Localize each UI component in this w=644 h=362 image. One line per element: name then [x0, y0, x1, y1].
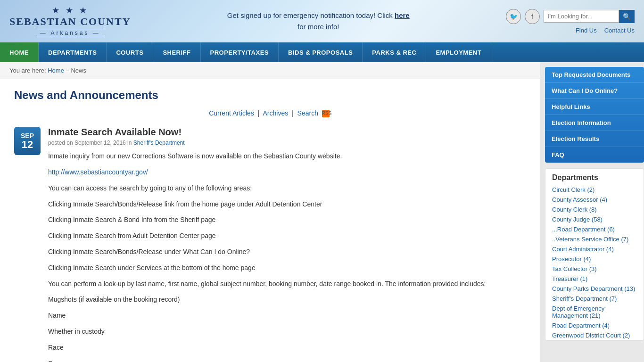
article-area: News and Announcements Current Articles … — [0, 79, 540, 362]
sidebar-quick-link[interactable]: Election Information — [545, 115, 644, 131]
news-body: Inmate inquiry from our new Corrections … — [48, 151, 526, 362]
news-body-line: Clicking Inmate Search/Bonds/Release lin… — [48, 199, 526, 210]
news-title: Inmate Search Available Now! — [48, 127, 526, 138]
nav-item-home[interactable]: HOME — [0, 42, 39, 62]
emergency-link[interactable]: here — [395, 11, 410, 19]
emergency-text: Get signed up for emergency notification… — [227, 11, 393, 19]
article-nav: Current Articles | Archives | Search RSS — [14, 109, 526, 117]
emergency-notice: Get signed up for emergency notification… — [131, 10, 506, 33]
logo-title: Sebastian County — [9, 16, 131, 28]
social-search-bar: 🐦 f 🔍 — [506, 9, 635, 24]
sidebar-dept-item[interactable]: County Judge (58) — [545, 214, 644, 224]
twitter-icon[interactable]: 🐦 — [506, 9, 521, 24]
nav-item-sheriff[interactable]: SHERIFF — [153, 42, 200, 62]
sidebar-dept-item[interactable]: Dept of Emergency Management (21) — [545, 304, 644, 321]
nav-item-courts[interactable]: COURTS — [107, 42, 153, 62]
news-content: Inmate Search Available Now! posted on S… — [48, 127, 526, 362]
sidebar-quick-link[interactable]: Top Requested Documents — [545, 67, 644, 83]
news-meta: posted on September 12, 2016 in Sheriff'… — [48, 140, 526, 146]
archives-link[interactable]: Archives — [263, 109, 289, 117]
sidebar-dept-item[interactable]: Road Department (4) — [545, 321, 644, 330]
news-url-link[interactable]: http://www.sebastiancountyar.gov/ — [48, 168, 148, 176]
news-body-line: Race — [48, 342, 526, 354]
nav-item-property-taxes[interactable]: PROPERTY/TAXES — [201, 42, 279, 62]
sidebar-dept-item[interactable]: County Clerk (8) — [545, 205, 644, 214]
news-body-line: Sex — [48, 358, 526, 362]
current-articles-link[interactable]: Current Articles — [209, 109, 254, 117]
logo-area: ★ ★ ★ Sebastian County — Arkansas — — [9, 5, 131, 37]
search-link[interactable]: Search — [297, 109, 318, 117]
rss-icon[interactable]: RSS — [322, 110, 330, 117]
news-body-line: You can can access the search by going t… — [48, 183, 526, 194]
sidebar-dept-item[interactable]: ..Veterans Service Office (7) — [545, 234, 644, 244]
news-body-line: Name — [48, 310, 526, 321]
sidebar-dept-item[interactable]: Sheriff's Department (7) — [545, 294, 644, 304]
header-right: 🐦 f 🔍 Find Us Contact Us — [506, 9, 635, 34]
sidebar: Top Requested DocumentsWhat Can I Do Onl… — [540, 62, 644, 362]
news-body-line: Clicking Inmate Search/Bonds/Release und… — [48, 247, 526, 258]
page-title: News and Announcements — [14, 89, 526, 102]
search-input[interactable] — [544, 10, 619, 23]
emergency-text2: for more info! — [297, 23, 339, 31]
departments-panel: Departments Circuit Clerk (2)County Asse… — [545, 168, 644, 341]
news-body-line: Inmate inquiry from our new Corrections … — [48, 151, 526, 162]
sidebar-quick-link[interactable]: FAQ — [545, 147, 644, 163]
news-body-line: Clicking Inmate Search under Services at… — [48, 263, 526, 274]
breadcrumb-current: News — [71, 67, 86, 74]
contact-us-link[interactable]: Contact Us — [604, 27, 635, 34]
sidebar-quick-link[interactable]: Election Results — [545, 131, 644, 147]
departments-title: Departments — [545, 169, 644, 185]
main-wrapper: You are here: Home – News News and Annou… — [0, 62, 644, 362]
header-links: Find Us Contact Us — [576, 27, 635, 34]
sidebar-dept-item[interactable]: Tax Collector (3) — [545, 264, 644, 274]
news-meta-link[interactable]: Sheriff's Department — [133, 140, 185, 146]
sidebar-dept-item[interactable]: Greenwood District Court (2) — [545, 330, 644, 340]
facebook-icon[interactable]: f — [525, 9, 540, 24]
search-button[interactable]: 🔍 — [619, 10, 635, 23]
search-box: 🔍 — [544, 10, 635, 23]
logo-stars: ★ ★ ★ — [52, 5, 89, 16]
sidebar-dept-item[interactable]: Court Administrator (4) — [545, 244, 644, 254]
logo-subtitle: — Arkansas — — [36, 29, 104, 37]
find-us-link[interactable]: Find Us — [576, 27, 597, 34]
main-nav: HOMEDEPARTMENTSCOURTSSHERIFFPROPERTY/TAX… — [0, 42, 644, 62]
news-body-line: Whether in custody — [48, 326, 526, 337]
news-body-line: Clicking Inmate Search & Bond Info from … — [48, 214, 526, 226]
date-day: 12 — [22, 140, 33, 150]
news-body-line: Clicking Inmate Search from Adult Detent… — [48, 230, 526, 242]
breadcrumb-home[interactable]: Home — [48, 67, 64, 74]
news-body-line: You can perform a look-up by last name, … — [48, 279, 526, 290]
quick-links-panel: Top Requested DocumentsWhat Can I Do Onl… — [545, 67, 644, 163]
nav-item-departments[interactable]: DEPARTMENTS — [39, 42, 107, 62]
nav-item-bids---proposals[interactable]: BIDS & PROPOSALS — [279, 42, 363, 62]
header: ★ ★ ★ Sebastian County — Arkansas — Get … — [0, 0, 644, 42]
news-meta-text: posted on September 12, 2016 in — [48, 140, 132, 146]
breadcrumb-separator: – — [66, 67, 69, 74]
news-body-line: Mugshots (if available on the booking re… — [48, 294, 526, 305]
nav-item-parks---rec[interactable]: PARKS & REC — [363, 42, 426, 62]
sidebar-dept-item[interactable]: Circuit Clerk (2) — [545, 185, 644, 195]
sidebar-dept-item[interactable]: County Assessor (4) — [545, 195, 644, 205]
breadcrumb: You are here: Home – News — [0, 62, 540, 79]
sidebar-dept-item[interactable]: ...Road Department (6) — [545, 224, 644, 234]
sidebar-dept-item[interactable]: County Parks Department (13) — [545, 284, 644, 294]
breadcrumb-prefix: You are here: — [9, 67, 46, 74]
date-badge: Sep 12 — [14, 127, 41, 155]
sidebar-quick-link[interactable]: Helpful Links — [545, 99, 644, 115]
sidebar-quick-link[interactable]: What Can I Do Online? — [545, 83, 644, 99]
content-area: You are here: Home – News News and Annou… — [0, 62, 540, 362]
sidebar-dept-item[interactable]: Prosecutor (4) — [545, 254, 644, 264]
sidebar-dept-item[interactable]: Treasurer (1) — [545, 274, 644, 284]
nav-item-employment[interactable]: EMPLOYMENT — [426, 42, 491, 62]
news-item: Sep 12 Inmate Search Available Now! post… — [14, 127, 526, 362]
